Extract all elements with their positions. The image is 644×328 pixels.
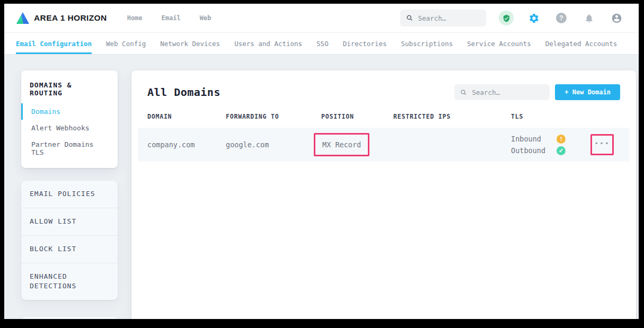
sidebar-item-alert-webhooks[interactable]: Alert Webhooks [21,120,118,136]
settings-button[interactable] [526,11,541,25]
area1-triangle-icon [16,12,30,24]
policies-card: EMAIL POLICIES ALLOW LIST BLOCK LIST ENH… [21,181,118,300]
col-tls: TLS [511,113,590,120]
tab-subscriptions[interactable]: Subscriptions [401,33,453,54]
sidebar-item-enhanced-detections[interactable]: ENHANCED DETECTIONS [21,263,101,300]
table-header-row: DOMAIN FORWARDING TO POSITION RESTRICTED… [147,113,620,128]
sidebar: DOMAINS & ROUTING Domains Alert Webhooks… [21,70,118,319]
position-value-highlighted: MX Record [314,133,369,156]
new-domain-button[interactable]: + New Domain [555,84,620,100]
sidebar-item-allow-list[interactable]: ALLOW LIST [21,208,118,236]
tab-delegated-accounts[interactable]: Delegated Accounts [545,33,617,54]
all-domains-card: All Domains + New Domain DOMAIN FORWA [131,70,636,319]
top-bar: AREA 1 HORIZON Home Email Web [4,4,639,33]
page-title: All Domains [147,86,220,99]
col-position: POSITION [321,113,393,120]
global-search-input[interactable] [418,14,480,22]
tab-network-devices[interactable]: Network Devices [160,33,220,54]
app-window: AREA 1 HORIZON Home Email Web [4,4,639,319]
brand-name: AREA 1 HORIZON [34,13,107,23]
gear-icon [528,13,540,24]
sidebar-item-email-policies[interactable]: EMAIL POLICIES [21,181,118,208]
config-tabs: Email Configuration Web Config Network D… [4,33,639,55]
cell-domain: company.com [147,140,226,149]
account-button[interactable] [609,11,624,25]
sidebar-item-block-list[interactable]: BLOCK LIST [21,236,118,263]
top-nav-email[interactable]: Email [162,14,181,22]
tls-inbound-warning-icon: ! [557,135,566,144]
account-icon [611,13,622,24]
tab-service-accounts[interactable]: Service Accounts [467,33,531,54]
cell-forwarding-to: google.com [226,140,321,149]
domains-search-input[interactable] [472,88,544,96]
domains-search[interactable] [454,84,550,100]
domains-routing-title: DOMAINS & ROUTING [21,81,118,97]
cell-tls: Inbound ! Outbound ✓ [511,135,590,155]
sidebar-item-partner-domains-tls[interactable]: Partner Domains TLS [21,136,118,161]
col-domain: DOMAIN [147,113,226,120]
col-restricted-ips: RESTRICTED IPS [393,113,511,120]
brand-logo[interactable]: AREA 1 HORIZON [16,12,107,24]
sidebar-item-retract-settings[interactable]: RETRACT SETTINGS [21,317,118,319]
tab-email-configuration[interactable]: Email Configuration [16,33,92,54]
search-icon [407,14,413,22]
col-forwarding-to: FORWARDING TO [226,113,321,120]
tab-web-config[interactable]: Web Config [106,33,146,54]
notifications-button[interactable] [581,11,596,25]
help-icon: ? [556,13,567,23]
row-actions-button-highlighted[interactable]: ••• [590,134,614,155]
tab-directories[interactable]: Directories [343,33,387,54]
domains-table: DOMAIN FORWARDING TO POSITION RESTRICTED… [147,113,620,162]
help-button[interactable]: ? [554,11,569,25]
tls-outbound-label: Outbound [511,146,557,155]
top-nav-web[interactable]: Web [200,14,211,22]
bell-icon [584,13,594,23]
global-search[interactable] [400,10,486,26]
all-domains-header: All Domains + New Domain [147,84,620,100]
tab-users-and-actions[interactable]: Users and Actions [234,33,302,54]
tls-inbound-label: Inbound [511,135,557,143]
search-icon [461,89,466,96]
top-nav-home[interactable]: Home [127,14,143,22]
tab-sso[interactable]: SSO [316,33,329,54]
top-nav: Home Email Web [127,14,211,22]
top-bar-right: ? [400,10,624,26]
shield-check-icon [499,11,514,25]
tls-outbound-check-icon: ✓ [557,146,566,155]
table-row: company.com google.com MX Record Inbound… [138,128,630,162]
sidebar-item-domains[interactable]: Domains [21,103,118,120]
domains-routing-card: DOMAINS & ROUTING Domains Alert Webhooks… [21,70,118,168]
page-body: DOMAINS & ROUTING Domains Alert Webhooks… [4,55,639,319]
security-status-button[interactable] [499,11,514,25]
